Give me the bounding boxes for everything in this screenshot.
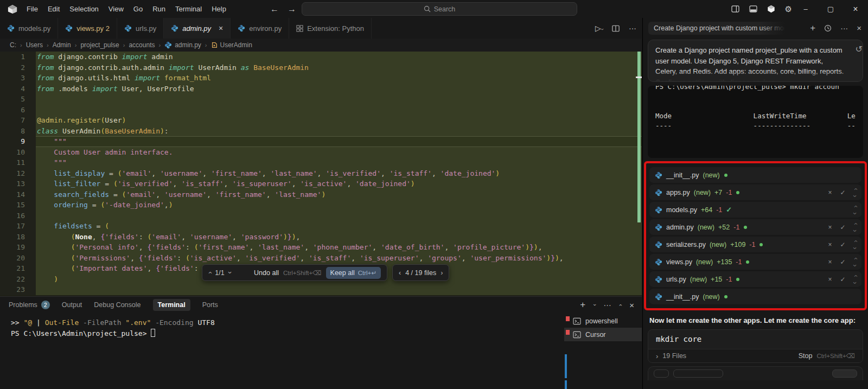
accept-file-icon[interactable]: ✓ xyxy=(840,258,846,266)
breadcrumb-item[interactable]: accounts xyxy=(129,41,155,49)
code-line[interactable]: 12 list_display = ('email', 'username', … xyxy=(0,168,642,179)
menu-selection[interactable]: Selection xyxy=(65,3,103,15)
code-line[interactable]: 11 """ xyxy=(0,157,642,168)
code-line[interactable]: 18 (None, {'fields': ('email', 'username… xyxy=(0,232,642,243)
global-search-input[interactable]: Search xyxy=(302,2,577,16)
panel-more-icon[interactable]: ··· xyxy=(604,301,611,309)
gear-icon[interactable]: ⚙ xyxy=(785,4,792,14)
code-line[interactable]: 2from django.contrib.auth.admin import U… xyxy=(0,62,642,73)
menu-help[interactable]: Help xyxy=(207,3,231,15)
menu-go[interactable]: Go xyxy=(129,3,148,15)
changed-file-row[interactable]: __init__.py(new) xyxy=(649,167,861,183)
user-message-card[interactable]: Create a Django project named project_pu… xyxy=(648,40,863,82)
run-python-file-button[interactable]: ▷› xyxy=(595,24,603,33)
panel-tab-debug-console[interactable]: Debug Console xyxy=(94,301,141,309)
changed-file-row[interactable]: admin.py(new)+52-1×✓›› xyxy=(649,219,861,235)
breadcrumb-item[interactable]: project_pulse xyxy=(80,41,119,49)
window-close-button[interactable]: × xyxy=(843,0,868,18)
chat-more-icon[interactable]: ··· xyxy=(840,24,848,33)
code-line[interactable]: 1from django.contrib import admin xyxy=(0,52,642,62)
breadcrumb-item[interactable]: Admin xyxy=(53,41,71,49)
restore-checkpoint-icon[interactable]: ↺ xyxy=(856,44,863,54)
toggle-bottom-panel-icon[interactable] xyxy=(749,5,757,12)
split-editor-icon[interactable] xyxy=(612,25,620,32)
accept-file-icon[interactable]: ✓ xyxy=(840,189,846,196)
tab-urls-py[interactable]: urls.py xyxy=(117,18,164,39)
keep-all-button[interactable]: Keep all Ctrl+↵ xyxy=(326,267,381,279)
command-files-row[interactable]: › 19 Files Stop Ctrl+Shift+⌫ xyxy=(648,349,863,362)
code-line[interactable]: 20 ('Permissions', {'fields': ('is_activ… xyxy=(0,253,642,264)
code-line[interactable]: 17 fieldsets = ( xyxy=(0,221,642,232)
expand-file-icon[interactable]: ›› xyxy=(854,220,856,234)
cursor-ai-icon[interactable] xyxy=(767,5,775,13)
code-editor[interactable]: 1from django.contrib import admin2from d… xyxy=(0,52,642,296)
changed-file-row[interactable]: __init__.py(new) xyxy=(649,289,861,304)
code-line[interactable]: 3from django.utils.html import format_ht… xyxy=(0,73,642,84)
code-line[interactable]: 19 ('Personal info', {'fields': ('first_… xyxy=(0,242,642,253)
new-terminal-button[interactable]: + xyxy=(580,299,585,310)
command-text[interactable]: mkdir core xyxy=(648,330,863,349)
accept-file-icon[interactable]: ✓ xyxy=(840,276,846,283)
terminal-output[interactable]: >> "@ | Out-File -FilePath ".env" -Encod… xyxy=(0,313,642,339)
terminal-list-item-powershell[interactable]: powershell xyxy=(564,314,642,328)
chat-close-icon[interactable]: × xyxy=(857,23,861,33)
breadcrumb-item[interactable]: C: xyxy=(10,41,16,49)
changed-file-row[interactable]: views.py(new)+135-1×✓›› xyxy=(649,254,861,270)
code-line[interactable]: 14 search_fields = ('email', 'username',… xyxy=(0,189,642,200)
new-chat-button[interactable]: + xyxy=(810,23,815,34)
code-line[interactable]: 9 """ xyxy=(0,136,642,147)
chat-history-icon[interactable] xyxy=(824,24,832,32)
tab-admin-py[interactable]: admin.py× xyxy=(164,18,231,39)
chat-tab-title[interactable]: Create Django project with custom user m… xyxy=(648,22,785,35)
reject-file-icon[interactable]: × xyxy=(828,241,832,248)
more-actions-icon[interactable]: ··· xyxy=(629,24,636,33)
reject-file-icon[interactable]: × xyxy=(828,258,832,266)
send-pill[interactable] xyxy=(832,369,857,378)
panel-tab-ports[interactable]: Ports xyxy=(202,301,218,309)
accept-file-icon[interactable]: ✓ xyxy=(840,224,846,231)
breadcrumb-item[interactable]: admin.py xyxy=(164,41,201,49)
toggle-panel-layout-icon[interactable] xyxy=(731,5,739,12)
expand-file-icon[interactable]: ›› xyxy=(854,186,856,200)
breadcrumb-item[interactable]: Users xyxy=(26,41,43,49)
tab-views-py-2[interactable]: views.py 2 xyxy=(58,18,117,39)
expand-files-icon[interactable]: › xyxy=(656,353,658,360)
context-pill[interactable] xyxy=(654,369,669,378)
reject-file-icon[interactable]: × xyxy=(828,189,832,196)
changed-file-row[interactable]: serializers.py(new)+109-1×✓›› xyxy=(649,237,861,252)
code-line[interactable]: 23 xyxy=(0,284,642,295)
code-line[interactable]: 16 xyxy=(0,211,642,221)
menu-run[interactable]: Run xyxy=(148,3,170,15)
history-forward-button[interactable]: → xyxy=(288,4,296,14)
close-tab-icon[interactable]: × xyxy=(219,24,223,33)
close-panel-icon[interactable]: × xyxy=(629,301,634,310)
maximize-panel-icon[interactable]: › xyxy=(617,304,623,306)
context-pill[interactable] xyxy=(673,369,723,378)
breadcrumb-item[interactable]: UserAdmin xyxy=(211,41,252,49)
menu-edit[interactable]: Edit xyxy=(43,3,65,15)
panel-tab-output[interactable]: Output xyxy=(62,301,82,309)
tab-environ-py[interactable]: environ.py xyxy=(231,18,289,39)
code-line[interactable]: 4from .models import User, UserProfile xyxy=(0,84,642,94)
code-line[interactable]: 8class UserAdmin(BaseUserAdmin): xyxy=(0,126,642,137)
code-line[interactable]: 7@admin.register(User) xyxy=(0,115,642,126)
terminal-list-item-cursor[interactable]: Cursor xyxy=(564,328,642,341)
menu-view[interactable]: View xyxy=(104,3,129,15)
undo-all-button[interactable]: Undo all xyxy=(254,269,279,277)
terminal-profile-dropdown-icon[interactable]: › xyxy=(592,304,597,305)
expand-file-icon[interactable]: ›› xyxy=(854,238,856,252)
code-line[interactable]: 15 ordering = ('-date_joined',) xyxy=(0,200,642,211)
history-back-button[interactable]: ← xyxy=(270,4,279,14)
accept-file-icon[interactable]: ✓ xyxy=(840,241,846,248)
stop-button[interactable]: Stop xyxy=(799,352,813,360)
expand-file-icon[interactable]: ›› xyxy=(854,203,856,217)
expand-file-icon[interactable]: ›› xyxy=(854,272,856,286)
code-line[interactable]: 13 list_filter = ('is_verified', 'is_sta… xyxy=(0,178,642,189)
changed-file-row[interactable]: urls.py(new)+15-1×✓›› xyxy=(649,271,861,287)
next-change-icon[interactable]: › xyxy=(226,271,233,273)
code-line[interactable]: 5 xyxy=(0,94,642,105)
chat-terminal-output[interactable]: PS C:\Users\Admin\project_pulse> mkdir a… xyxy=(648,86,863,158)
panel-tab-terminal[interactable]: Terminal xyxy=(153,299,190,311)
code-line[interactable]: 6 xyxy=(0,105,642,116)
prev-file-icon[interactable]: ‹ xyxy=(399,269,401,277)
